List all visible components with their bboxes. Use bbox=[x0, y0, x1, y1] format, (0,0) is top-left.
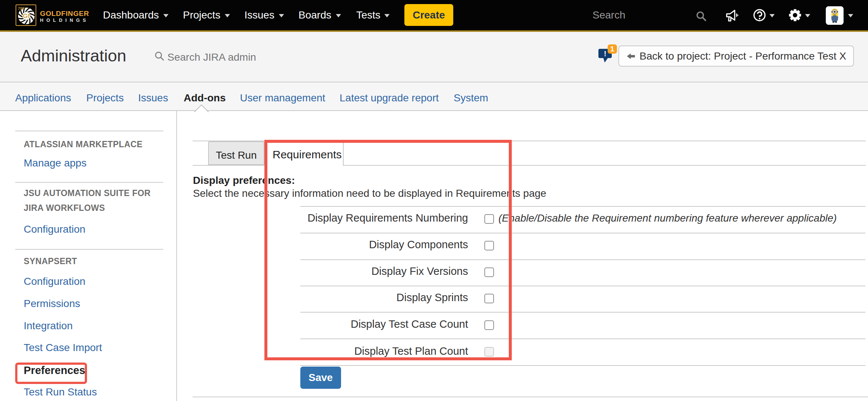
svg-text:1: 1 bbox=[610, 45, 614, 53]
svg-text:!: ! bbox=[604, 50, 607, 58]
svg-text:79F: 79F bbox=[18, 6, 25, 11]
svg-text:Gf: Gf bbox=[23, 13, 30, 20]
